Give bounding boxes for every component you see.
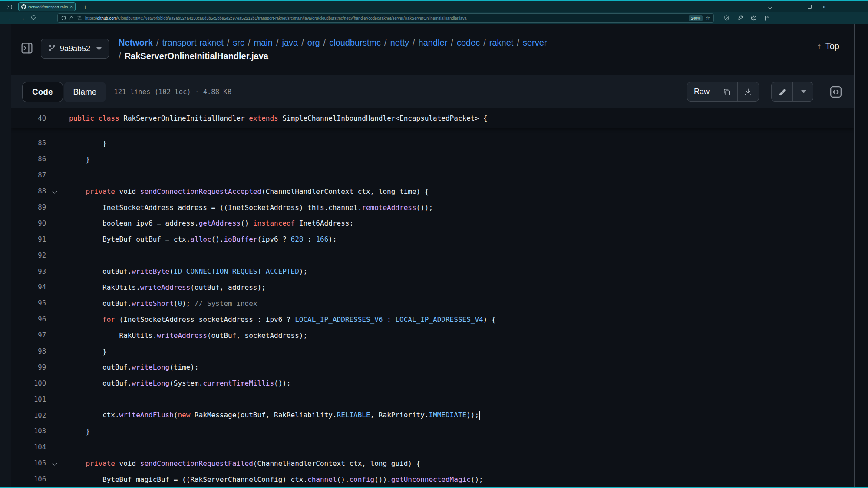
line-number[interactable]: 89 bbox=[11, 203, 46, 211]
code-text: RakUtils.writeAddress(outBuf, address); bbox=[69, 283, 266, 291]
line-number[interactable]: 101 bbox=[11, 396, 46, 403]
browser-tab[interactable]: Network/transport-raknet/src/m × bbox=[18, 2, 76, 11]
symbols-panel-button[interactable] bbox=[828, 85, 843, 99]
line-number[interactable]: 93 bbox=[11, 268, 46, 275]
breadcrumb-dir-link[interactable]: server bbox=[523, 38, 547, 47]
code-line: 40public class RakServerOnlineInitialHan… bbox=[11, 108, 854, 128]
line-number[interactable]: 106 bbox=[11, 475, 46, 483]
breadcrumb-dir-link[interactable]: codec bbox=[457, 38, 480, 47]
code-line: 99 outBuf.writeLong(time); bbox=[11, 359, 854, 375]
line-number[interactable]: 88 bbox=[11, 187, 46, 195]
new-tab-button[interactable]: + bbox=[81, 3, 89, 10]
line-number[interactable]: 95 bbox=[11, 299, 46, 307]
zoom-level-badge[interactable]: 240% bbox=[689, 15, 703, 21]
tab-code[interactable]: Code bbox=[22, 82, 63, 102]
code-line: 95 outBuf.writeShort(0); // System index bbox=[11, 295, 854, 311]
line-number[interactable]: 105 bbox=[11, 459, 46, 467]
fold-chevron-icon[interactable] bbox=[53, 190, 57, 193]
breadcrumb-dir-link[interactable]: transport-raknet bbox=[162, 38, 224, 47]
code-text: outBuf.writeLong(time); bbox=[69, 363, 199, 371]
bookmark-star-icon[interactable]: ☆ bbox=[706, 15, 710, 21]
code-line: 105 private void sendConnectionRequestFa… bbox=[11, 455, 854, 472]
breadcrumb: Network/transport-raknet/src/main/java/o… bbox=[119, 36, 547, 63]
code-text: } bbox=[69, 139, 107, 147]
code-text: boolean ipv6 = address.getAddress() inst… bbox=[69, 219, 353, 227]
tab-close-icon[interactable]: × bbox=[70, 5, 73, 9]
back-icon[interactable]: ← bbox=[5, 15, 17, 21]
code-view: 40public class RakServerOnlineInitialHan… bbox=[11, 108, 854, 487]
account-profile-icon[interactable] bbox=[749, 14, 758, 23]
code-text: } bbox=[69, 155, 90, 164]
shield-check-icon[interactable] bbox=[722, 14, 731, 23]
wrench-icon[interactable] bbox=[735, 14, 745, 23]
line-number[interactable]: 92 bbox=[11, 252, 46, 259]
scroll-to-top-button[interactable]: ↑ Top bbox=[813, 39, 844, 54]
code-line: 88 private void sendConnectionRequestAcc… bbox=[11, 183, 854, 200]
copy-icon bbox=[723, 88, 731, 96]
line-number[interactable]: 90 bbox=[11, 219, 46, 227]
code-line: 100 outBuf.writeLong(System.currentTimeM… bbox=[11, 375, 854, 391]
tab-blame[interactable]: Blame bbox=[64, 82, 106, 102]
window-close-button[interactable]: × bbox=[817, 2, 832, 11]
lock-icon[interactable] bbox=[69, 16, 74, 21]
line-number[interactable]: 94 bbox=[11, 283, 46, 291]
file-meta-info: 121 lines (102 loc) · 4.88 KB bbox=[114, 88, 231, 96]
line-number[interactable]: 100 bbox=[11, 380, 46, 387]
reload-icon[interactable] bbox=[28, 15, 39, 21]
edit-button-group bbox=[771, 82, 813, 102]
breadcrumb-repo-link[interactable]: Network bbox=[119, 38, 153, 47]
line-number[interactable]: 102 bbox=[11, 412, 46, 419]
code-text: } bbox=[69, 427, 90, 436]
permissions-icon[interactable] bbox=[77, 16, 82, 20]
window-minimize-button[interactable] bbox=[787, 2, 802, 11]
raw-button[interactable]: Raw bbox=[687, 82, 716, 101]
code-line: 87 bbox=[11, 167, 854, 183]
line-number[interactable]: 87 bbox=[11, 171, 46, 179]
line-number[interactable]: 40 bbox=[11, 115, 46, 122]
file-tree-toggle-button[interactable] bbox=[19, 40, 35, 56]
breadcrumb-dir-link[interactable]: org bbox=[307, 38, 320, 47]
scrollbar-track[interactable] bbox=[854, 24, 868, 487]
code-line: 92 bbox=[11, 247, 854, 263]
breadcrumb-dir-link[interactable]: java bbox=[282, 38, 298, 47]
breadcrumb-dir-link[interactable]: main bbox=[254, 38, 273, 47]
breadcrumb-dir-link[interactable]: cloudburstmc bbox=[329, 38, 381, 47]
menu-hamburger-icon[interactable] bbox=[776, 14, 785, 23]
code-line: 96 for (InetSocketAddress socketAddress … bbox=[11, 311, 854, 328]
breadcrumb-dir-link[interactable]: raknet bbox=[489, 38, 514, 47]
edit-button[interactable] bbox=[772, 82, 792, 101]
copy-button[interactable] bbox=[716, 82, 737, 101]
breadcrumb-separator: / bbox=[119, 51, 121, 61]
breadcrumb-dir-link[interactable]: handler bbox=[419, 38, 448, 47]
line-number[interactable]: 97 bbox=[11, 331, 46, 339]
code-symbols-icon bbox=[829, 85, 842, 98]
code-line: 91 ByteBuf outBuf = ctx.alloc().ioBuffer… bbox=[11, 231, 854, 247]
breadcrumb-dir-link[interactable]: src bbox=[233, 38, 244, 47]
tracking-shield-icon[interactable] bbox=[61, 16, 66, 21]
line-number[interactable]: 103 bbox=[11, 427, 46, 435]
window-maximize-button[interactable] bbox=[802, 2, 817, 11]
tab-list-chevron-icon[interactable] bbox=[763, 2, 778, 11]
line-number[interactable]: 91 bbox=[11, 236, 46, 243]
top-label: Top bbox=[825, 41, 839, 51]
sticky-context-line: 40public class RakServerOnlineInitialHan… bbox=[11, 108, 854, 128]
line-number[interactable]: 104 bbox=[11, 443, 46, 451]
raw-button-group: Raw bbox=[687, 82, 759, 102]
fold-chevron-icon[interactable] bbox=[53, 462, 57, 465]
line-number[interactable]: 86 bbox=[11, 155, 46, 163]
line-number[interactable]: 99 bbox=[11, 364, 46, 371]
edit-dropdown-button[interactable] bbox=[792, 82, 813, 101]
line-number[interactable]: 85 bbox=[11, 139, 46, 147]
firefox-view-icon[interactable] bbox=[4, 3, 14, 11]
line-number[interactable]: 96 bbox=[11, 315, 46, 323]
pencil-icon bbox=[778, 88, 786, 96]
file-toolbar: Code Blame 121 lines (102 loc) · 4.88 KB… bbox=[11, 75, 854, 108]
download-button[interactable] bbox=[737, 82, 759, 101]
line-number[interactable]: 98 bbox=[11, 347, 46, 355]
branch-selector-button[interactable]: 9a9ab52 bbox=[41, 39, 109, 59]
breadcrumb-dir-link[interactable]: netty bbox=[390, 38, 409, 47]
url-bar[interactable]: https://github.com/CloudburstMC/Network/… bbox=[57, 13, 714, 23]
code-line: 86 } bbox=[11, 151, 854, 167]
forward-icon[interactable]: → bbox=[17, 15, 28, 21]
flag-icon[interactable] bbox=[762, 14, 772, 23]
